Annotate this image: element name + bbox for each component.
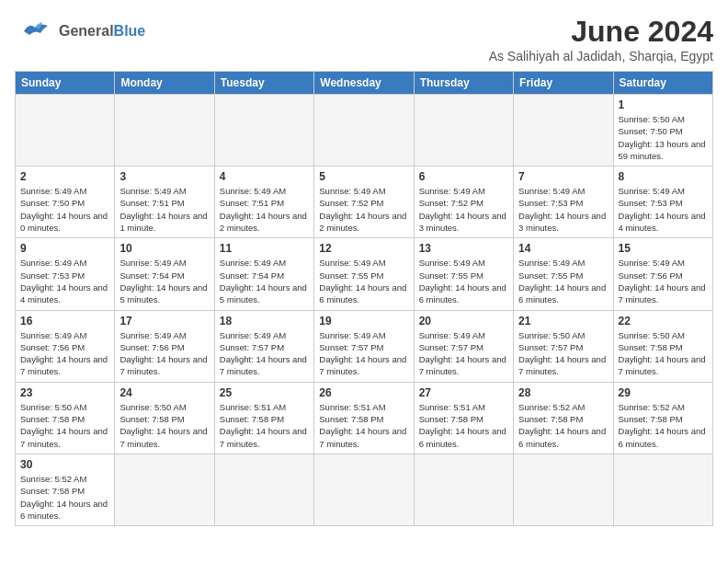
logo-icon [15, 15, 55, 48]
calendar-day-cell [514, 95, 613, 167]
calendar-day-cell [214, 95, 313, 167]
day-info: Sunrise: 5:49 AM Sunset: 7:55 PM Dayligh… [419, 257, 508, 305]
day-number: 7 [518, 170, 608, 183]
day-info: Sunrise: 5:49 AM Sunset: 7:53 PM Dayligh… [619, 185, 708, 234]
day-number: 14 [518, 242, 608, 255]
day-info: Sunrise: 5:51 AM Sunset: 7:58 PM Dayligh… [419, 401, 508, 450]
calendar-day-cell: 1Sunrise: 5:50 AM Sunset: 7:50 PM Daylig… [613, 95, 712, 167]
day-info: Sunrise: 5:49 AM Sunset: 7:57 PM Dayligh… [319, 329, 408, 378]
day-number: 8 [619, 170, 708, 183]
day-info: Sunrise: 5:52 AM Sunset: 7:58 PM Dayligh… [619, 401, 708, 450]
day-number: 30 [20, 458, 109, 471]
calendar-day-cell: 25Sunrise: 5:51 AM Sunset: 7:58 PM Dayli… [214, 382, 313, 454]
day-number: 27 [419, 386, 508, 399]
day-info: Sunrise: 5:49 AM Sunset: 7:53 PM Dayligh… [518, 185, 608, 234]
day-info: Sunrise: 5:49 AM Sunset: 7:51 PM Dayligh… [119, 185, 209, 234]
day-number: 28 [518, 386, 608, 399]
calendar-day-cell: 9Sunrise: 5:49 AM Sunset: 7:53 PM Daylig… [16, 238, 115, 310]
day-of-week-header: Thursday [414, 72, 513, 95]
calendar-week-row: 1Sunrise: 5:50 AM Sunset: 7:50 PM Daylig… [16, 95, 713, 167]
day-number: 13 [419, 242, 508, 255]
calendar-day-cell: 27Sunrise: 5:51 AM Sunset: 7:58 PM Dayli… [414, 382, 513, 454]
day-number: 22 [619, 315, 708, 327]
calendar-week-row: 2Sunrise: 5:49 AM Sunset: 7:50 PM Daylig… [16, 167, 713, 238]
day-info: Sunrise: 5:50 AM Sunset: 7:57 PM Dayligh… [518, 329, 608, 378]
calendar-day-cell: 22Sunrise: 5:50 AM Sunset: 7:58 PM Dayli… [613, 310, 712, 382]
day-info: Sunrise: 5:51 AM Sunset: 7:58 PM Dayligh… [319, 401, 408, 450]
calendar-day-cell: 11Sunrise: 5:49 AM Sunset: 7:54 PM Dayli… [214, 238, 313, 310]
calendar-day-cell [414, 95, 513, 167]
calendar-day-cell: 4Sunrise: 5:49 AM Sunset: 7:51 PM Daylig… [214, 167, 313, 238]
day-number: 3 [119, 170, 209, 183]
day-of-week-header: Friday [514, 72, 613, 95]
day-number: 21 [518, 315, 608, 327]
calendar-week-row: 30Sunrise: 5:52 AM Sunset: 7:58 PM Dayli… [16, 454, 713, 525]
day-number: 20 [419, 315, 508, 327]
day-number: 1 [619, 98, 708, 111]
day-info: Sunrise: 5:51 AM Sunset: 7:58 PM Dayligh… [220, 401, 309, 450]
day-number: 5 [319, 170, 408, 183]
day-info: Sunrise: 5:50 AM Sunset: 7:50 PM Dayligh… [619, 113, 708, 162]
calendar-day-cell: 10Sunrise: 5:49 AM Sunset: 7:54 PM Dayli… [115, 238, 214, 310]
calendar-day-cell: 24Sunrise: 5:50 AM Sunset: 7:58 PM Dayli… [115, 382, 214, 454]
day-info: Sunrise: 5:49 AM Sunset: 7:57 PM Dayligh… [220, 329, 309, 378]
day-number: 4 [220, 170, 309, 183]
day-of-week-header: Saturday [613, 72, 712, 95]
day-number: 18 [220, 315, 309, 327]
calendar-day-cell: 6Sunrise: 5:49 AM Sunset: 7:52 PM Daylig… [414, 167, 513, 238]
day-number: 12 [319, 242, 408, 255]
day-number: 24 [119, 386, 209, 399]
calendar-day-cell [613, 454, 712, 525]
day-info: Sunrise: 5:49 AM Sunset: 7:54 PM Dayligh… [119, 257, 209, 305]
calendar-day-cell [214, 454, 313, 525]
day-number: 19 [319, 315, 408, 327]
day-info: Sunrise: 5:49 AM Sunset: 7:55 PM Dayligh… [518, 257, 608, 305]
day-info: Sunrise: 5:50 AM Sunset: 7:58 PM Dayligh… [119, 401, 209, 450]
day-info: Sunrise: 5:49 AM Sunset: 7:55 PM Dayligh… [319, 257, 408, 305]
day-number: 26 [319, 386, 408, 399]
calendar-table: SundayMondayTuesdayWednesdayThursdayFrid… [15, 71, 713, 526]
calendar-day-cell: 8Sunrise: 5:49 AM Sunset: 7:53 PM Daylig… [613, 167, 712, 238]
calendar-day-cell [314, 95, 414, 167]
day-info: Sunrise: 5:49 AM Sunset: 7:52 PM Dayligh… [419, 185, 508, 234]
day-number: 6 [419, 170, 508, 183]
title-block: June 2024 As Salihiyah al Jadidah, Sharq… [489, 15, 713, 63]
logo-text: GeneralBlue [59, 23, 145, 40]
day-info: Sunrise: 5:52 AM Sunset: 7:58 PM Dayligh… [20, 473, 109, 522]
calendar-day-cell: 5Sunrise: 5:49 AM Sunset: 7:52 PM Daylig… [314, 167, 414, 238]
calendar-day-cell: 26Sunrise: 5:51 AM Sunset: 7:58 PM Dayli… [314, 382, 414, 454]
calendar-week-row: 23Sunrise: 5:50 AM Sunset: 7:58 PM Dayli… [16, 382, 713, 454]
calendar-day-cell: 7Sunrise: 5:49 AM Sunset: 7:53 PM Daylig… [514, 167, 613, 238]
day-info: Sunrise: 5:52 AM Sunset: 7:58 PM Dayligh… [518, 401, 608, 450]
calendar-day-cell: 14Sunrise: 5:49 AM Sunset: 7:55 PM Dayli… [514, 238, 613, 310]
day-number: 11 [220, 242, 309, 255]
day-number: 9 [20, 242, 109, 255]
day-number: 17 [119, 315, 209, 327]
day-of-week-header: Monday [115, 72, 214, 95]
day-info: Sunrise: 5:49 AM Sunset: 7:56 PM Dayligh… [20, 329, 109, 378]
day-info: Sunrise: 5:50 AM Sunset: 7:58 PM Dayligh… [20, 401, 109, 450]
day-number: 16 [20, 315, 109, 327]
calendar-day-cell: 28Sunrise: 5:52 AM Sunset: 7:58 PM Dayli… [514, 382, 613, 454]
calendar-day-cell [16, 95, 115, 167]
calendar-day-cell: 23Sunrise: 5:50 AM Sunset: 7:58 PM Dayli… [16, 382, 115, 454]
day-info: Sunrise: 5:49 AM Sunset: 7:54 PM Dayligh… [220, 257, 309, 305]
calendar-week-row: 16Sunrise: 5:49 AM Sunset: 7:56 PM Dayli… [16, 310, 713, 382]
day-number: 23 [20, 386, 109, 399]
calendar-day-cell: 16Sunrise: 5:49 AM Sunset: 7:56 PM Dayli… [16, 310, 115, 382]
day-of-week-header: Sunday [16, 72, 115, 95]
day-info: Sunrise: 5:49 AM Sunset: 7:51 PM Dayligh… [220, 185, 309, 234]
day-info: Sunrise: 5:49 AM Sunset: 7:52 PM Dayligh… [319, 185, 408, 234]
calendar-day-cell: 20Sunrise: 5:49 AM Sunset: 7:57 PM Dayli… [414, 310, 513, 382]
calendar-day-cell [414, 454, 513, 525]
calendar-week-row: 9Sunrise: 5:49 AM Sunset: 7:53 PM Daylig… [16, 238, 713, 310]
day-number: 10 [119, 242, 209, 255]
calendar-day-cell: 30Sunrise: 5:52 AM Sunset: 7:58 PM Dayli… [16, 454, 115, 525]
calendar-day-cell: 17Sunrise: 5:49 AM Sunset: 7:56 PM Dayli… [115, 310, 214, 382]
month-title: June 2024 [489, 15, 713, 49]
calendar-day-cell: 13Sunrise: 5:49 AM Sunset: 7:55 PM Dayli… [414, 238, 513, 310]
day-info: Sunrise: 5:49 AM Sunset: 7:56 PM Dayligh… [119, 329, 209, 378]
calendar-day-cell: 15Sunrise: 5:49 AM Sunset: 7:56 PM Dayli… [613, 238, 712, 310]
calendar-day-cell: 12Sunrise: 5:49 AM Sunset: 7:55 PM Dayli… [314, 238, 414, 310]
calendar-day-cell [115, 95, 214, 167]
